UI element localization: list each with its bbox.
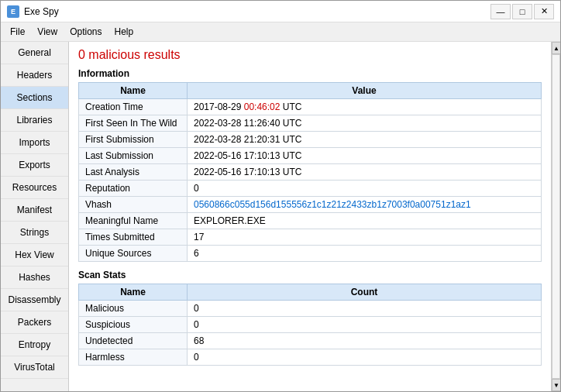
sidebar-item-resources[interactable]: Resources	[1, 177, 68, 199]
sidebar-item-libraries[interactable]: Libraries	[1, 109, 68, 132]
page-title: 0 malicious results	[78, 48, 542, 62]
table-row: 2022-05-16 17:10:13 UTC	[188, 164, 542, 181]
table-row: 2017-08-29 00:46:02 UTC	[188, 99, 542, 115]
main-window: E Exe Spy — □ ✕ File View Options Help G…	[0, 0, 561, 392]
table-row: 0	[188, 181, 542, 197]
sidebar-item-headers[interactable]: Headers	[1, 64, 68, 87]
app-icon: E	[7, 5, 19, 18]
menu-options[interactable]: Options	[64, 24, 108, 40]
table-row: 17	[188, 229, 542, 246]
sidebar-item-hashes[interactable]: Hashes	[1, 266, 68, 289]
table-row: Malicious	[79, 301, 188, 317]
sidebar: General Headers Sections Libraries Impor…	[1, 42, 69, 391]
table-row: 2022-05-16 17:10:13 UTC	[188, 148, 542, 164]
table-row: First Submission	[79, 132, 188, 148]
scan-col-count: Count	[188, 284, 542, 301]
table-row: 2022-03-28 21:20:31 UTC	[188, 132, 542, 148]
title-bar: E Exe Spy — □ ✕	[1, 1, 560, 22]
sidebar-item-manifest[interactable]: Manifest	[1, 199, 68, 222]
scroll-track[interactable]	[552, 54, 560, 379]
menu-help[interactable]: Help	[108, 24, 140, 40]
sidebar-item-packers[interactable]: Packers	[1, 311, 68, 334]
sidebar-item-general[interactable]: General	[1, 42, 68, 64]
scan-stats-section: Scan Stats Name Count Malicious0Suspicio…	[78, 270, 542, 366]
menu-bar: File View Options Help	[1, 22, 560, 42]
table-row: Suspicious	[79, 317, 188, 333]
sidebar-item-disassembly[interactable]: Disassembly	[1, 289, 68, 311]
table-row: Creation Time	[79, 99, 188, 115]
window-title: Exe Spy	[24, 6, 59, 17]
scroll-up-button[interactable]: ▲	[552, 42, 560, 54]
menu-view[interactable]: View	[31, 24, 64, 40]
table-row: 68	[188, 333, 542, 349]
sidebar-item-exports[interactable]: Exports	[1, 154, 68, 177]
table-row: Unique Sources	[79, 246, 188, 262]
table-row: Times Submitted	[79, 229, 188, 246]
table-row: Undetected	[79, 333, 188, 349]
table-row: Vhash	[79, 197, 188, 213]
table-row: 6	[188, 246, 542, 262]
table-row: Meaningful Name	[79, 213, 188, 229]
content-area: 0 malicious results Information Name Val…	[69, 42, 551, 391]
scan-stats-label: Scan Stats	[78, 270, 542, 280]
sidebar-item-entropy[interactable]: Entropy	[1, 334, 68, 356]
scan-stats-table: Name Count Malicious0Suspicious0Undetect…	[78, 284, 542, 366]
table-row: Last Submission	[79, 148, 188, 164]
menu-file[interactable]: File	[4, 24, 31, 40]
information-table: Name Value Creation Time2017-08-29 00:46…	[78, 82, 542, 262]
title-controls: — □ ✕	[490, 4, 554, 19]
scrollbar[interactable]: ▲ ▼	[551, 42, 560, 391]
main-area: General Headers Sections Libraries Impor…	[1, 42, 560, 391]
scan-col-name: Name	[79, 284, 188, 301]
info-col-value: Value	[188, 83, 542, 99]
table-row: 0	[188, 317, 542, 333]
minimize-button[interactable]: —	[490, 4, 511, 19]
table-row: Reputation	[79, 181, 188, 197]
table-row: 0	[188, 349, 542, 366]
table-row: 0	[188, 301, 542, 317]
sidebar-item-virustotal[interactable]: VirusTotal	[1, 356, 68, 379]
maximize-button[interactable]: □	[512, 4, 532, 19]
table-row: EXPLORER.EXE	[188, 213, 542, 229]
sidebar-item-sections[interactable]: Sections	[1, 87, 68, 109]
sidebar-item-hex-view[interactable]: Hex View	[1, 244, 68, 266]
table-row: Harmless	[79, 349, 188, 366]
information-label: Information	[78, 68, 542, 79]
sidebar-item-imports[interactable]: Imports	[1, 132, 68, 154]
title-bar-left: E Exe Spy	[7, 5, 59, 18]
table-row: Last Analysis	[79, 164, 188, 181]
close-button[interactable]: ✕	[534, 4, 554, 19]
info-col-name: Name	[79, 83, 188, 99]
table-row: 2022-03-28 11:26:40 UTC	[188, 115, 542, 132]
table-row: First Seen In The Wild	[79, 115, 188, 132]
sidebar-item-strings[interactable]: Strings	[1, 222, 68, 244]
scroll-down-button[interactable]: ▼	[552, 379, 560, 391]
table-row: 0560866c055d156d155556z1c1z21z2433zb1z70…	[188, 197, 542, 213]
